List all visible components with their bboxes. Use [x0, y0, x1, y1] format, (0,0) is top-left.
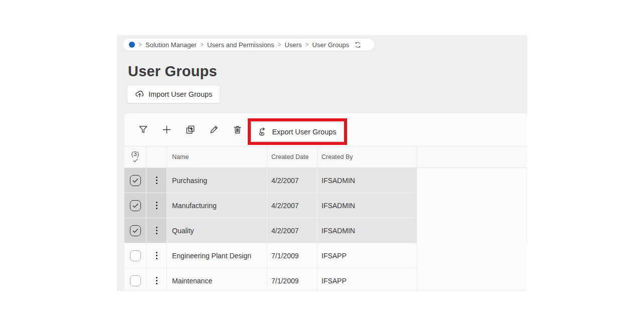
table-row[interactable]: Quality 4/2/2007 IFSADMIN — [124, 218, 527, 243]
cell-created-date[interactable]: 4/2/2007 — [267, 168, 317, 193]
row-menu-cell[interactable] — [146, 218, 167, 243]
breadcrumb-item[interactable]: Solution Manager — [145, 41, 197, 49]
cell-name[interactable]: Maintenance — [167, 268, 267, 290]
cell-created-by[interactable]: IFSAPP — [317, 243, 417, 268]
row-checkbox-cell[interactable] — [124, 193, 146, 218]
page: > Solution Manager > Users and Permissio… — [0, 0, 644, 325]
table-row[interactable]: Manufacturing 4/2/2007 IFSADMIN — [124, 193, 527, 218]
breadcrumb-separator: > — [138, 41, 142, 48]
breadcrumb-items: > Solution Manager > Users and Permissio… — [135, 41, 349, 49]
toolbar: Export User Groups — [124, 113, 527, 146]
content-area: > Solution Manager > Users and Permissio… — [117, 35, 527, 291]
header-name[interactable]: Name — [167, 146, 267, 168]
breadcrumb: > Solution Manager > Users and Permissio… — [123, 39, 374, 51]
duplicate-icon[interactable] — [184, 124, 196, 136]
import-user-groups-button[interactable]: Import User Groups — [127, 85, 220, 103]
row-checkbox-cell[interactable] — [124, 268, 146, 290]
header-selection-cell[interactable]: (3) — [124, 146, 146, 168]
export-preview-icon — [258, 127, 268, 136]
table-body: Purchasing 4/2/2007 IFSADMIN — [124, 168, 527, 290]
cell-created-by[interactable]: IFSAPP — [317, 268, 417, 290]
cell-filler — [417, 218, 527, 243]
cell-filler — [417, 168, 527, 193]
import-button-label: Import User Groups — [148, 90, 212, 98]
cell-created-by[interactable]: IFSADMIN — [317, 218, 417, 243]
breadcrumb-item[interactable]: User Groups — [312, 41, 350, 49]
kebab-menu-icon[interactable] — [154, 274, 159, 287]
upload-cloud-icon — [135, 89, 144, 99]
add-icon[interactable] — [160, 124, 173, 136]
refresh-icon[interactable] — [354, 41, 362, 49]
breadcrumb-item[interactable]: Users — [285, 41, 302, 49]
cell-created-date[interactable]: 4/2/2007 — [267, 193, 317, 218]
row-menu-cell[interactable] — [146, 268, 167, 290]
row-checkbox-cell[interactable] — [124, 218, 146, 243]
delete-icon[interactable] — [231, 124, 243, 136]
table-row[interactable]: Engineering Plant Design 7/1/2009 IFSAPP — [124, 243, 527, 268]
filter-icon[interactable] — [137, 124, 149, 136]
kebab-menu-icon[interactable] — [154, 199, 159, 212]
row-checkbox[interactable] — [130, 225, 141, 236]
row-menu-cell[interactable] — [146, 193, 167, 218]
breadcrumb-item[interactable]: Users and Permissions — [207, 41, 274, 49]
table-row[interactable]: Maintenance 7/1/2009 IFSAPP — [124, 268, 527, 290]
cell-name[interactable]: Manufacturing — [167, 193, 267, 218]
row-checkbox[interactable] — [130, 250, 141, 261]
cell-filler — [417, 268, 527, 290]
export-user-groups-button[interactable]: Export User Groups — [251, 122, 344, 141]
select-all-check-icon[interactable] — [132, 158, 138, 163]
table-row[interactable]: Purchasing 4/2/2007 IFSADMIN — [124, 168, 527, 193]
cell-name[interactable]: Purchasing — [167, 168, 267, 193]
home-dot-icon[interactable] — [129, 42, 135, 48]
header-created-by[interactable]: Created By — [317, 146, 417, 168]
cell-created-date[interactable]: 7/1/2009 — [267, 268, 317, 290]
edit-icon[interactable] — [208, 124, 220, 136]
cell-created-date[interactable]: 7/1/2009 — [267, 243, 317, 268]
row-checkbox[interactable] — [130, 200, 141, 211]
row-menu-cell[interactable] — [146, 243, 167, 268]
row-checkbox[interactable] — [130, 275, 141, 286]
export-button-label: Export User Groups — [272, 128, 336, 136]
selected-count: (3) — [131, 151, 139, 157]
header-menu-cell — [146, 146, 167, 168]
breadcrumb-separator: > — [200, 41, 204, 48]
breadcrumb-separator: > — [305, 41, 309, 48]
header-filler — [417, 146, 527, 168]
breadcrumb-separator: > — [278, 41, 281, 48]
row-checkbox-cell[interactable] — [124, 168, 146, 193]
annotation-highlight-box: Export User Groups — [248, 118, 347, 145]
row-menu-cell[interactable] — [146, 168, 167, 193]
kebab-menu-icon[interactable] — [154, 249, 159, 262]
cell-filler — [417, 243, 527, 268]
table-panel: Export User Groups (3) Name Created Date… — [124, 113, 527, 290]
kebab-menu-icon[interactable] — [154, 174, 159, 187]
cell-created-by[interactable]: IFSADMIN — [317, 193, 417, 218]
cell-name[interactable]: Quality — [167, 218, 267, 243]
cell-filler — [417, 193, 527, 218]
kebab-menu-icon[interactable] — [154, 224, 159, 237]
row-checkbox-cell[interactable] — [124, 243, 146, 268]
cell-name[interactable]: Engineering Plant Design — [167, 243, 267, 268]
page-title: User Groups — [128, 63, 217, 80]
cell-created-by[interactable]: IFSADMIN — [317, 168, 417, 193]
table-header: (3) Name Created Date Created By — [124, 146, 527, 168]
header-created-date[interactable]: Created Date — [267, 146, 317, 168]
cell-created-date[interactable]: 4/2/2007 — [267, 218, 317, 243]
row-checkbox[interactable] — [130, 175, 141, 186]
